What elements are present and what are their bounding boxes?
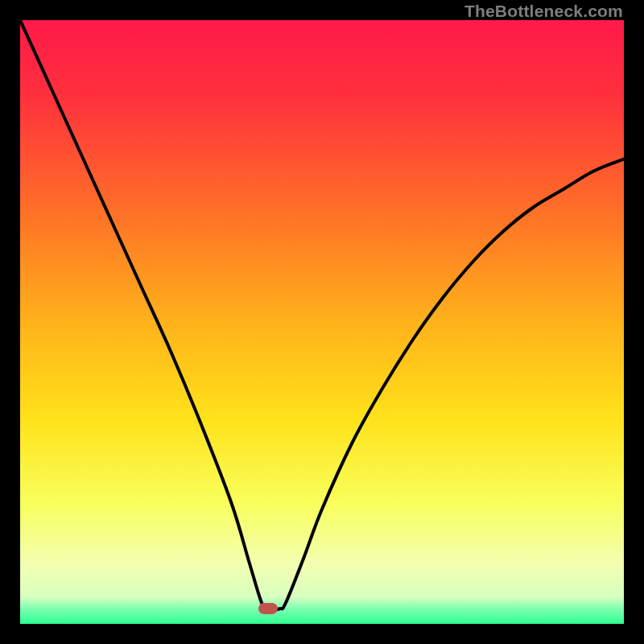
chart-frame: TheBottleneck.com (0, 0, 644, 644)
plot-area (20, 20, 624, 624)
optimum-marker (258, 603, 278, 614)
bottleneck-curve (20, 20, 624, 624)
watermark-text: TheBottleneck.com (464, 2, 623, 21)
